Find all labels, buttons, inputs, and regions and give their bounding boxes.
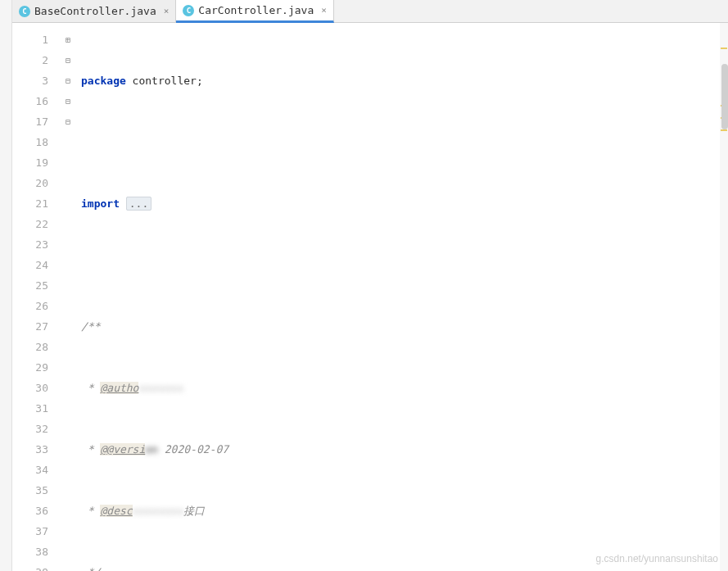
line-number: 1 <box>12 29 48 50</box>
line-number: 26 <box>12 296 48 316</box>
comment: /** <box>81 320 100 333</box>
editor-tabs: C BaseController.java × C CarController.… <box>12 0 728 23</box>
fold-icon[interactable]: ⊟ <box>63 111 73 132</box>
tab-basecontroller[interactable]: C BaseController.java × <box>12 0 176 22</box>
fold-icon[interactable]: ⊟ <box>63 50 73 70</box>
tab-label: CarController.java <box>198 4 314 16</box>
comment: 2020-02-07 <box>158 443 228 455</box>
doc-tag: @@versi <box>100 443 145 455</box>
comment: * <box>81 443 100 455</box>
line-number: 30 <box>12 378 48 398</box>
line-number: 2 <box>12 50 48 70</box>
java-class-icon: C <box>19 6 30 17</box>
editor-body: 1 2 3 16 17 18 19 20 21 22 23 24 25 26 2… <box>12 23 728 571</box>
tab-label: BaseController.java <box>34 5 156 17</box>
line-number: 39 <box>12 562 48 571</box>
code-editor[interactable]: package controller; import ... /** * @au… <box>73 23 506 571</box>
comment: */ <box>81 566 100 571</box>
line-number: 28 <box>12 337 48 357</box>
line-number: 16 <box>12 91 48 111</box>
fold-column: ⊞ ⊟ ⊟ ⊟ ⊟ <box>63 23 73 571</box>
fold-icon[interactable]: ⊟ <box>63 91 73 111</box>
line-number: 21 <box>12 193 48 214</box>
line-number: 3 <box>12 70 48 91</box>
keyword: package <box>81 75 126 87</box>
fold-icon[interactable]: ⊟ <box>63 70 73 91</box>
redacted-text: xxxxxxxx <box>133 505 184 517</box>
close-icon[interactable]: × <box>164 6 170 16</box>
line-number: 20 <box>12 173 48 193</box>
tool-strip <box>0 0 12 571</box>
line-number: 25 <box>12 275 48 296</box>
text: controller; <box>126 75 203 87</box>
redacted-text: on <box>145 443 158 455</box>
doc-tag: @autho <box>100 382 138 394</box>
line-number: 38 <box>12 542 48 562</box>
comment: * <box>81 382 100 394</box>
line-number: 19 <box>12 152 48 173</box>
fold-icon[interactable]: ⊞ <box>63 29 73 50</box>
warning-mark-icon[interactable] <box>721 48 727 49</box>
comment: 接口 <box>183 505 205 517</box>
keyword: import <box>81 197 120 210</box>
line-number: 29 <box>12 357 48 378</box>
line-number: 17 <box>12 111 48 132</box>
watermark-text: g.csdn.net/yunnansunshitao <box>596 553 718 564</box>
line-number: 27 <box>12 316 48 337</box>
line-gutter: 1 2 3 16 17 18 19 20 21 22 23 24 25 26 2… <box>12 23 63 571</box>
line-number: 34 <box>12 460 48 480</box>
line-number: 32 <box>12 419 48 439</box>
line-number: 24 <box>12 255 48 275</box>
comment: * <box>81 505 100 517</box>
scrollbar-thumb[interactable] <box>721 64 728 129</box>
line-number: 37 <box>12 521 48 542</box>
line-number: 35 <box>12 480 48 501</box>
folded-code[interactable]: ... <box>126 197 151 211</box>
line-number: 33 <box>12 439 48 460</box>
line-number: 36 <box>12 501 48 521</box>
line-number: 31 <box>12 398 48 419</box>
java-class-icon: C <box>183 5 194 16</box>
tab-carcontroller[interactable]: C CarController.java × <box>176 0 334 23</box>
line-number: 23 <box>12 234 48 255</box>
redacted-text: xxxxxxx <box>138 382 183 394</box>
line-number: 22 <box>12 214 48 234</box>
warning-mark-icon[interactable] <box>721 129 727 131</box>
doc-tag: @desc <box>100 505 132 517</box>
line-number: 18 <box>12 132 48 152</box>
close-icon[interactable]: × <box>321 5 327 16</box>
